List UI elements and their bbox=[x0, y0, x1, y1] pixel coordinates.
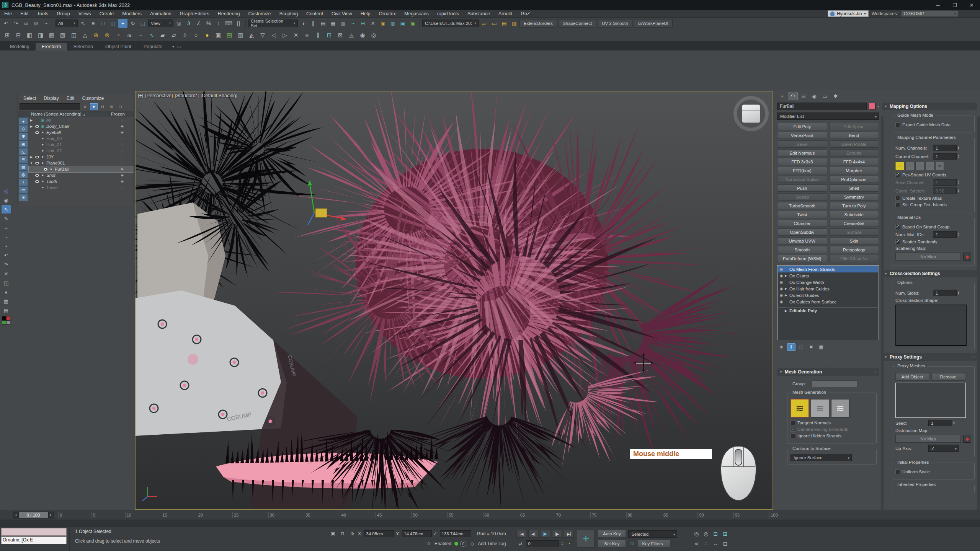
mesh-type-cylindrical-button[interactable]: ≋ bbox=[791, 399, 809, 417]
custom-tool-icon[interactable]: ○ bbox=[191, 30, 201, 40]
modifier-stack-item[interactable]: ◉ ▶ Ox Hair from Guides bbox=[778, 285, 878, 292]
frozen-toggle-icon[interactable]: ✳ bbox=[111, 130, 134, 135]
custom-tool-icon[interactable]: ◔ bbox=[113, 30, 123, 40]
uv-mode-button[interactable]: ∷ bbox=[915, 162, 924, 170]
view-cube[interactable] bbox=[733, 96, 769, 131]
current-frame-field[interactable]: 0 bbox=[526, 540, 559, 547]
modifier-name[interactable]: Ox Mesh From Strands bbox=[789, 267, 878, 272]
key-mode-dropdown[interactable]: Selected bbox=[628, 530, 677, 538]
visibility-eye-icon[interactable] bbox=[42, 168, 48, 171]
checkbox-row[interactable]: Ignore Hidden Strands bbox=[791, 434, 873, 438]
modifier-button[interactable]: VertexPaint bbox=[777, 132, 827, 139]
frame-tick[interactable]: 45 bbox=[376, 512, 382, 518]
expand-all-icon[interactable]: ⊞ bbox=[108, 103, 115, 110]
modifier-button[interactable]: Shell bbox=[829, 184, 879, 192]
snap-3d-icon[interactable]: 3 bbox=[184, 19, 193, 28]
rollout-header[interactable]: ▼ Cross-Section Settings ∷ bbox=[882, 270, 977, 277]
curve-editor-icon[interactable]: ~ bbox=[348, 19, 358, 28]
modifier-stack-item[interactable]: ◉ Ox Guides from Surface bbox=[778, 298, 878, 305]
align-icon[interactable]: ∥ bbox=[309, 19, 318, 28]
previous-frame-arrow[interactable]: ◂ bbox=[13, 512, 18, 518]
track-bar[interactable] bbox=[0, 520, 980, 527]
menu-item[interactable]: Tools bbox=[33, 11, 52, 16]
custom-tool-icon[interactable]: ◉ bbox=[358, 30, 368, 40]
custom-tool-icon[interactable]: ≋ bbox=[124, 30, 134, 40]
strand-icon[interactable]: ~ bbox=[2, 233, 11, 241]
project-path-dropdown[interactable]: C:\Users\JI...ds Max 2022▾ bbox=[422, 20, 479, 27]
z-coordinate-field[interactable]: 136.744cm bbox=[440, 530, 471, 537]
add-key-button[interactable]: + bbox=[577, 530, 595, 548]
custom-tool-icon[interactable]: ⊠ bbox=[335, 30, 345, 40]
edit-selection-set-icon[interactable]: {} bbox=[234, 19, 243, 28]
add-object-button[interactable]: Add Object bbox=[895, 373, 929, 381]
go-to-start-button[interactable]: |◀ bbox=[516, 530, 526, 538]
transform-type-in-icon[interactable]: ⊕ bbox=[348, 530, 356, 538]
checkbox[interactable] bbox=[791, 421, 795, 425]
modifier-button[interactable]: Twist bbox=[777, 211, 827, 218]
helpers-filter-icon[interactable]: ◺ bbox=[19, 148, 28, 155]
modifier-button[interactable]: FFD 4x4x4 bbox=[829, 158, 879, 165]
menu-item[interactable]: Substance bbox=[463, 11, 494, 16]
modifier-button[interactable]: Chamfer bbox=[777, 220, 827, 227]
custom-tool-icon[interactable]: ⊗ bbox=[102, 30, 112, 40]
modifier-button[interactable]: Extrude bbox=[829, 149, 879, 156]
expand-arrow[interactable]: ▶ bbox=[785, 274, 789, 277]
modifier-button[interactable]: FFD(box) bbox=[777, 167, 827, 174]
object-name-field[interactable] bbox=[777, 103, 867, 110]
up-axis-dropdown[interactable]: Z bbox=[928, 445, 959, 452]
checkbox[interactable] bbox=[895, 202, 900, 207]
brush-icon[interactable]: ✎ bbox=[2, 214, 11, 223]
custom-tool-icon[interactable]: ~ bbox=[136, 30, 145, 40]
redo-icon[interactable]: ↷ bbox=[11, 19, 21, 28]
modifier-button[interactable]: ProOptimizer bbox=[829, 176, 879, 183]
seed-spinner[interactable]: 1 ▲▼ bbox=[928, 420, 955, 426]
modifier-visibility-icon[interactable]: ◉ bbox=[778, 293, 785, 297]
modifier-stack-item[interactable]: ◉ Ox Change Width bbox=[778, 279, 878, 285]
enabled-indicator[interactable] bbox=[454, 542, 458, 546]
scene-explorer-icon[interactable]: ▥ bbox=[338, 19, 348, 28]
script-button[interactable]: csWorkPlaneUI bbox=[634, 19, 673, 28]
frozen-toggle-icon[interactable]: ✳ bbox=[111, 124, 134, 129]
modifier-stack-item[interactable]: ◉ Ox Mesh From Strands bbox=[778, 266, 878, 272]
frame-tick[interactable]: 80 bbox=[626, 512, 632, 518]
dotted-select-icon[interactable]: ✕ bbox=[368, 19, 377, 28]
custom-tool-icon[interactable]: ∥ bbox=[313, 30, 323, 40]
frame-tick[interactable]: 75 bbox=[590, 512, 596, 518]
menu-item[interactable]: Edit bbox=[16, 11, 33, 16]
make-unique-icon[interactable]: ◫ bbox=[797, 343, 805, 351]
object-name[interactable]: Hair_01 bbox=[46, 142, 111, 147]
zoom-all-icon[interactable]: ◎ bbox=[702, 530, 710, 538]
cameras-filter-icon[interactable]: ◉ bbox=[19, 140, 28, 148]
time-slider-handle[interactable]: 0 / 100 bbox=[18, 512, 48, 518]
play-button[interactable]: ▶ bbox=[540, 530, 550, 538]
material-editor-icon[interactable]: ◉ bbox=[378, 19, 387, 28]
x-coordinate-field[interactable]: 34.08cm bbox=[364, 530, 394, 537]
frame-tick[interactable]: 15 bbox=[161, 512, 167, 518]
modifier-button[interactable]: OpenSubdiv bbox=[777, 228, 827, 236]
modifier-name[interactable]: Editable Poly bbox=[789, 308, 878, 313]
menu-item[interactable]: Content bbox=[302, 11, 327, 16]
maximize-viewport-icon[interactable]: ⊡ bbox=[721, 540, 729, 548]
object-name[interactable]: FurBall bbox=[54, 167, 111, 171]
set-key-button[interactable]: Set Key bbox=[598, 540, 626, 548]
scene-object-row[interactable]: ▼ ● Plane001 ✳ bbox=[29, 160, 134, 166]
distribution-map-button[interactable]: No Map bbox=[895, 435, 961, 443]
panel-splitter[interactable]: ∷∷∷ bbox=[777, 361, 879, 364]
scene-object-row[interactable]: ● Snot ✳ bbox=[29, 172, 134, 178]
uv-mode-button[interactable]: ∷ bbox=[925, 162, 934, 170]
scattering-map-button[interactable]: No Map bbox=[895, 253, 961, 261]
frame-tick[interactable]: 5 bbox=[91, 512, 95, 518]
conform-surface-dropdown[interactable]: Ignore Surface bbox=[791, 454, 852, 461]
proxy-mesh-list[interactable] bbox=[895, 383, 966, 418]
menu-item[interactable]: Customize bbox=[244, 11, 275, 16]
object-name[interactable]: JJY bbox=[46, 155, 111, 159]
filter-icon[interactable]: ▼ bbox=[90, 103, 98, 110]
modifier-button[interactable]: Sweep bbox=[777, 193, 827, 201]
custom-tool-icon[interactable]: ⊟ bbox=[13, 30, 23, 40]
checkbox-row[interactable]: Camera Facing Billboards bbox=[791, 427, 873, 432]
select-link-icon[interactable]: ∞ bbox=[21, 19, 31, 28]
custom-tool-icon[interactable]: ▥ bbox=[235, 30, 245, 40]
bone-filter-icon[interactable]: / bbox=[19, 179, 28, 186]
frame-tick[interactable]: 65 bbox=[519, 512, 525, 518]
set-key-filters-icon[interactable]: ⚿ bbox=[628, 540, 636, 548]
